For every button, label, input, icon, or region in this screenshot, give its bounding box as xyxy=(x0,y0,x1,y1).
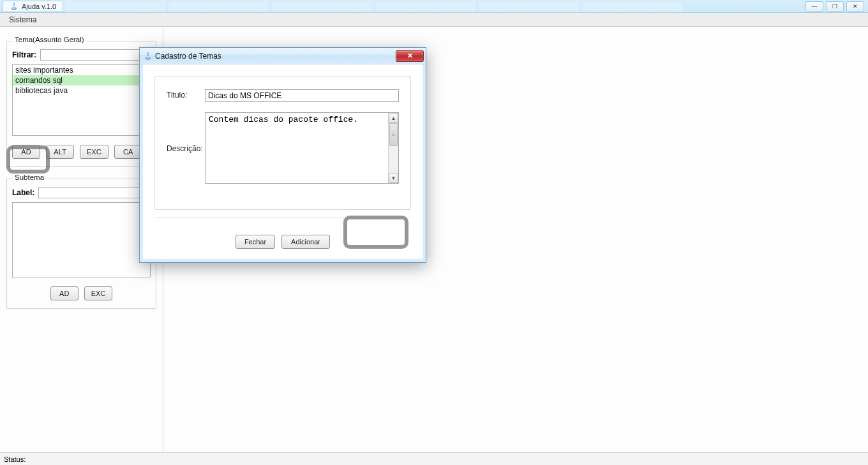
row-descricao: Descrição: ▲ ▼ xyxy=(167,112,399,184)
menu-bar: Sistema xyxy=(0,13,868,27)
window-close-button[interactable]: ✕ xyxy=(846,1,864,11)
taskbar-tab-blur-1[interactable] xyxy=(64,1,167,12)
taskbar-tab-blur-4[interactable] xyxy=(375,1,477,12)
subtema-listbox[interactable] xyxy=(12,202,151,277)
row-label: Label: xyxy=(12,187,151,198)
app-window: Sistema Tema(Assunto Geral) Filtrar: sit… xyxy=(0,13,868,465)
group-tema: Tema(Assunto Geral) Filtrar: sites impor… xyxy=(6,41,156,167)
list-item[interactable]: bibliotecas java xyxy=(13,85,150,96)
scroll-up-button[interactable]: ▲ xyxy=(389,113,398,123)
taskbar-tab-blur-6[interactable] xyxy=(581,1,684,12)
taskbar-tab-blur-5[interactable] xyxy=(478,1,580,12)
taskbar-tab-app[interactable]: Ajuda v.1.0 xyxy=(3,1,63,12)
taskbar-tab-app-label: Ajuda v.1.0 xyxy=(22,3,56,10)
subtema-exc-button[interactable]: EXC xyxy=(84,286,113,300)
subtema-label-input[interactable] xyxy=(38,187,151,198)
textarea-scrollbar[interactable]: ▲ ▼ xyxy=(388,113,398,183)
descricao-textarea[interactable] xyxy=(206,113,388,183)
descricao-textarea-wrap: ▲ ▼ xyxy=(205,112,399,184)
window-maximize-button[interactable]: ❐ xyxy=(826,1,844,11)
content-area: Tema(Assunto Geral) Filtrar: sites impor… xyxy=(0,27,868,452)
java-icon xyxy=(144,52,153,61)
tema-ca-button[interactable]: CA xyxy=(114,145,142,159)
dialog-cadastro-temas: Cadastro de Temas ✕ Titulo: Descrição: ▲ xyxy=(139,47,426,263)
taskbar-tab-blur-2[interactable] xyxy=(168,1,270,12)
dialog-separator xyxy=(154,218,411,218)
scroll-down-button[interactable]: ▼ xyxy=(389,173,398,183)
menu-sistema[interactable]: Sistema xyxy=(5,14,40,26)
dialog-form-group: Titulo: Descrição: ▲ ▼ xyxy=(154,76,411,210)
titulo-input[interactable] xyxy=(205,89,399,102)
fechar-button[interactable]: Fechar xyxy=(236,235,275,249)
descricao-label: Descrição: xyxy=(167,143,205,153)
maximize-icon: ❐ xyxy=(832,3,837,10)
subtema-label-label: Label: xyxy=(12,188,34,197)
group-tema-legend: Tema(Assunto Geral) xyxy=(12,36,87,43)
tema-exc-button[interactable]: EXC xyxy=(80,145,108,159)
list-item[interactable]: comandos sql xyxy=(13,75,150,85)
taskbar-tab-blur-3[interactable] xyxy=(271,1,373,12)
filtrar-input[interactable] xyxy=(40,49,151,61)
dialog-button-row: Fechar Adicionar xyxy=(154,235,411,249)
row-filtrar: Filtrar: xyxy=(12,49,151,61)
window-minimize-button[interactable]: — xyxy=(805,1,823,11)
adicionar-button[interactable]: Adicionar xyxy=(281,235,330,249)
scroll-thumb[interactable] xyxy=(389,123,398,146)
group-subtema-legend: Subtema xyxy=(12,173,47,181)
filtrar-label: Filtrar: xyxy=(12,50,36,59)
status-label: Status: xyxy=(4,455,26,463)
tema-ad-button[interactable]: AD xyxy=(12,145,40,159)
subtema-ad-button[interactable]: AD xyxy=(50,286,79,300)
status-bar: Status: xyxy=(0,452,868,465)
dialog-titlebar[interactable]: Cadastro de Temas ✕ xyxy=(140,48,426,64)
window-controls: — ❐ ✕ xyxy=(805,1,865,11)
list-item[interactable]: sites importantes xyxy=(13,65,150,75)
tema-button-row: AD ALT EXC CA xyxy=(12,145,151,159)
minimize-icon: — xyxy=(812,3,818,10)
tema-listbox[interactable]: sites importantes comandos sql bibliotec… xyxy=(12,64,151,136)
scroll-track[interactable] xyxy=(389,123,398,173)
group-subtema: Subtema Label: AD EXC xyxy=(6,179,156,309)
os-taskbar: Ajuda v.1.0 — ❐ ✕ xyxy=(0,0,868,13)
titulo-label: Titulo: xyxy=(167,89,205,100)
row-titulo: Titulo: xyxy=(167,89,399,102)
close-icon: ✕ xyxy=(407,52,413,60)
tema-alt-button[interactable]: ALT xyxy=(46,145,74,159)
dialog-title: Cadastro de Temas xyxy=(155,52,221,61)
dialog-close-button[interactable]: ✕ xyxy=(396,50,424,62)
dialog-body: Titulo: Descrição: ▲ ▼ Fe xyxy=(140,64,426,262)
close-icon: ✕ xyxy=(853,3,858,10)
subtema-button-row: AD EXC xyxy=(12,286,151,300)
java-icon xyxy=(10,2,19,11)
